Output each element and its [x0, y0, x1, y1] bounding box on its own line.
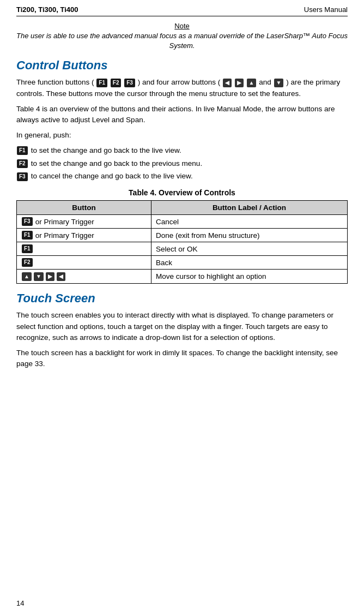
f2-push-btn: F2: [17, 159, 28, 168]
table-row: F1 Select or OK: [17, 242, 348, 256]
arrow-right-table: ▶: [46, 272, 54, 281]
f1-table-btn: F1: [22, 231, 33, 240]
push-item-f1: F1 to set the change and go back to the …: [16, 146, 348, 156]
btn-cell-f1-trigger: F1 or Primary Trigger: [21, 231, 147, 240]
arrow-up-inline: ▲: [247, 79, 257, 87]
table-cell-btn: F1 or Primary Trigger: [17, 229, 151, 242]
touch-screen-heading: Touch Screen: [16, 291, 348, 306]
note-text: The user is able to use the advanced man…: [16, 32, 348, 50]
back-action: Back: [156, 259, 172, 267]
control-buttons-heading: Control Buttons: [16, 58, 348, 73]
arrow-down-table: ▼: [34, 272, 44, 281]
f1-only-btn: F1: [22, 244, 33, 253]
page: Ti200, Ti300, Ti400 Users Manual Note Th…: [0, 0, 364, 616]
page-number: 14: [16, 599, 24, 607]
btn-cell-f1-only: F1: [21, 244, 147, 253]
cancel-action: Cancel: [156, 218, 179, 226]
btn-cell-arrows: ▲ ▼ ▶ ◀: [21, 272, 66, 281]
table-cell-btn: F2: [17, 256, 151, 270]
note-section: Note The user is able to use the advance…: [16, 22, 348, 51]
touch-screen-para2: The touch screen has a backlight for wor…: [16, 348, 348, 370]
f2-only-btn: F2: [22, 258, 33, 267]
push-item-f1-text: to set the change and go back to the liv…: [31, 146, 181, 156]
btn-cell-f3-trigger: F3 or Primary Trigger: [21, 217, 147, 226]
arrow-left-table: ◀: [57, 272, 65, 281]
note-label: Note: [16, 22, 348, 30]
f2-button-inline: F2: [111, 79, 122, 87]
arrow-up-table: ▲: [22, 272, 32, 281]
table-row: F3 or Primary Trigger Cancel: [17, 215, 348, 229]
f3-table-btn: F3: [22, 217, 33, 226]
table-title: Table 4. Overview of Controls: [16, 188, 348, 197]
select-ok-action: Select or OK: [156, 245, 198, 253]
table-cell-btn: ▲ ▼ ▶ ◀: [17, 270, 151, 284]
para1-text-a: Three function buttons (: [16, 78, 94, 86]
controls-table: Button Button Label / Action F3 or Prima…: [16, 200, 348, 284]
table-cell-action: Done (exit from Menu structure): [151, 229, 348, 242]
page-header: Ti200, Ti300, Ti400 Users Manual: [16, 5, 348, 16]
table-cell-action: Back: [151, 256, 348, 270]
btn-cell-f2-only: F2: [21, 258, 147, 267]
header-title: Ti200, Ti300, Ti400: [16, 5, 78, 14]
push-item-f3: F3 to cancel the change and go back to t…: [16, 171, 348, 182]
arrow-down-inline: ▼: [274, 79, 284, 87]
table-cell-btn: F3 or Primary Trigger: [17, 215, 151, 229]
f3-push-btn: F3: [17, 172, 28, 181]
table-cell-action: Move cursor to highlight an option: [151, 270, 348, 284]
table-row: F1 or Primary Trigger Done (exit from Me…: [17, 229, 348, 242]
push-list: F1 to set the change and go back to the …: [16, 146, 348, 182]
control-buttons-para2: Table 4 is an overview of the buttons an…: [16, 104, 348, 126]
table-row: F2 Back: [17, 256, 348, 270]
f3-trigger-label: or Primary Trigger: [35, 218, 94, 226]
para1-text-b: ) and four arrow buttons (: [138, 78, 221, 86]
col-button: Button: [17, 201, 151, 215]
push-item-f2-text: to set the change and go back to the pre…: [31, 159, 202, 169]
f3-button-inline: F3: [124, 79, 135, 87]
arrow-right-inline: ▶: [235, 79, 244, 87]
done-action: Done (exit from Menu structure): [156, 231, 260, 240]
f1-push-btn: F1: [17, 146, 28, 155]
control-buttons-para3: In general, push:: [16, 130, 348, 141]
arrow-left-inline: ◀: [223, 79, 232, 87]
control-buttons-para1: Three function buttons ( F1 F2 F3 ) and …: [16, 77, 348, 99]
f1-button-inline: F1: [96, 79, 107, 87]
header-subtitle: Users Manual: [304, 5, 348, 14]
table-cell-action: Cancel: [151, 215, 348, 229]
para1-text-c: and: [259, 78, 273, 86]
table-header-row: Button Button Label / Action: [17, 201, 348, 215]
move-cursor-action: Move cursor to highlight an option: [156, 272, 266, 280]
table-cell-action: Select or OK: [151, 242, 348, 256]
f1-trigger-label: or Primary Trigger: [35, 231, 94, 240]
push-item-f3-text: to cancel the change and go back to the …: [31, 171, 193, 182]
col-action: Button Label / Action: [151, 201, 348, 215]
table-row: ▲ ▼ ▶ ◀ Move cursor to highlight an opti…: [17, 270, 348, 284]
push-item-f2: F2 to set the change and go back to the …: [16, 159, 348, 169]
touch-screen-para1: The touch screen enables you to interact…: [16, 310, 348, 343]
table-cell-btn: F1: [17, 242, 151, 256]
